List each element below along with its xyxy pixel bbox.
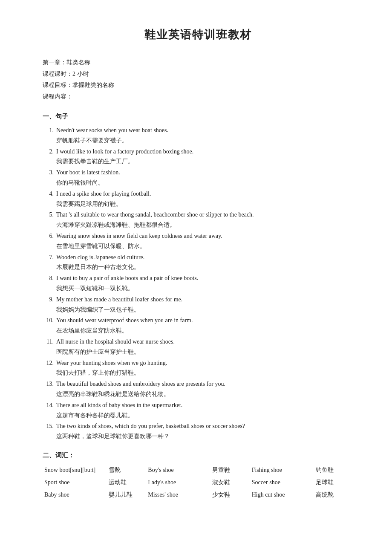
- sentence-cn: 这两种鞋，篮球和足球鞋你更喜欢哪一种？: [56, 431, 354, 442]
- sentence-content: You should wear waterproof shoes when yo…: [56, 315, 354, 336]
- meta-section: 第一章：鞋类名称 课程课时：2 小时 课程目标：掌握鞋类的名称 课程内容：: [43, 57, 354, 102]
- sentence-cn: 我想买一双短靴和一双长靴。: [56, 283, 354, 294]
- vocab-en2: Misses' shoe: [146, 489, 210, 501]
- sentence-content: Needn't wear socks when you wear boat sh…: [56, 125, 354, 146]
- vocab-cn2: 淑女鞋: [210, 477, 250, 489]
- section2-title: 二、词汇：: [43, 450, 354, 461]
- sentence-item: 6. Wearing snow shoes in snow field can …: [43, 231, 354, 251]
- sentence-en: I would like to look for a factory produ…: [56, 147, 354, 157]
- sentence-content: I want to buy a pair of ankle boots and …: [56, 273, 354, 294]
- sentence-item: 2. I would like to look for a factory pr…: [43, 147, 354, 167]
- sentence-content: I would like to look for a factory produ…: [56, 147, 354, 167]
- sentence-content: I need a spike shoe for playing football…: [56, 189, 354, 209]
- sentence-content: There are all kinds of baby shoes in the…: [56, 400, 354, 421]
- sentence-en: I want to buy a pair of ankle boots and …: [56, 273, 354, 283]
- meta-goal: 课程目标：掌握鞋类的名称: [43, 80, 354, 91]
- sentence-num: 12.: [43, 358, 56, 379]
- sentence-content: Wearing snow shoes in snow field can kee…: [56, 231, 354, 251]
- page-title: 鞋业英语特训班教材: [43, 26, 354, 44]
- sentence-item: 4. I need a spike shoe for playing footb…: [43, 189, 354, 209]
- vocab-row: Snow boot[snu][bu:t] 雪靴 Boy's shoe 男童鞋 F…: [43, 464, 354, 477]
- vocab-cn2: 男童鞋: [210, 464, 250, 477]
- sentence-num: 13.: [43, 379, 56, 399]
- sentence-cn: 我妈妈为我编织了一双包子鞋。: [56, 305, 354, 315]
- sentence-cn: 在农场里你应当穿防水鞋。: [56, 326, 354, 336]
- sentence-item: 12. Wear your hunting shoes when we go h…: [43, 358, 354, 379]
- sentence-en: I need a spike shoe for playing football…: [56, 189, 354, 199]
- vocab-cn1: 婴儿儿鞋: [107, 489, 147, 501]
- vocab-cn3: 高统靴: [314, 489, 354, 501]
- section1-title: 一、句子: [43, 111, 354, 122]
- sentence-cn: 在雪地里穿雪靴可以保暖、防水。: [56, 241, 354, 251]
- sentence-en: My mother has made a beautiful loafer sh…: [56, 295, 354, 305]
- vocab-cn1: 雪靴: [107, 464, 147, 477]
- sentence-item: 7. Wooden clog is Japanese old culture. …: [43, 252, 354, 273]
- sentence-num: 10.: [43, 315, 56, 336]
- sentence-item: 9. My mother has made a beautiful loafer…: [43, 295, 354, 315]
- sentence-content: All nurse in the hospital should wear nu…: [56, 337, 354, 357]
- sentence-num: 14.: [43, 400, 56, 421]
- vocab-en3: High cut shoe: [250, 489, 314, 501]
- sentence-content: Wear your hunting shoes when we go hunti…: [56, 358, 354, 379]
- vocab-en3: Soccer shoe: [250, 477, 314, 489]
- sentence-en: There are all kinds of baby shoes in the…: [56, 400, 354, 410]
- sentence-cn: 我需要踢足球用的钉鞋。: [56, 199, 354, 209]
- sentence-num: 15.: [43, 421, 56, 442]
- sentence-item: 14. There are all kinds of baby shoes in…: [43, 400, 354, 421]
- sentence-content: That 's all suitable to wear thong sanda…: [56, 210, 354, 230]
- vocab-row: Baby shoe 婴儿儿鞋 Misses' shoe 少女鞋 High cut…: [43, 489, 354, 501]
- vocab-en3: Fishing shoe: [250, 464, 314, 477]
- sentence-en: Wear your hunting shoes when we go hunti…: [56, 358, 354, 368]
- sentence-cn: 木屐鞋是日本的一种古老文化。: [56, 262, 354, 272]
- meta-chapter: 第一章：鞋类名称: [43, 57, 354, 69]
- meta-hours: 课程课时：2 小时: [43, 69, 354, 80]
- sentence-en: Wooden clog is Japanese old culture.: [56, 252, 354, 263]
- sentence-num: 7.: [43, 252, 56, 273]
- sentence-en: Needn't wear socks when you wear boat sh…: [56, 125, 354, 136]
- sentence-content: Wooden clog is Japanese old culture. 木屐鞋…: [56, 252, 354, 273]
- sentence-cn: 你的马靴很时尚。: [56, 178, 354, 188]
- sentence-num: 2.: [43, 147, 56, 167]
- sentence-item: 11. All nurse in the hospital should wea…: [43, 337, 354, 357]
- sentence-item: 5. That 's all suitable to wear thong sa…: [43, 210, 354, 230]
- sentences-list: 1. Needn't wear socks when you wear boat…: [43, 125, 354, 442]
- sentence-en: Wearing snow shoes in snow field can kee…: [56, 231, 354, 241]
- sentence-item: 3. Your boot is latest fashion. 你的马靴很时尚。: [43, 168, 354, 188]
- sentence-cn: 我需要找拳击鞋的生产工厂。: [56, 156, 354, 167]
- sentence-content: The two kinds of shoes, which do you pre…: [56, 421, 354, 442]
- sentence-en: The beautiful beaded shoes and embroider…: [56, 379, 354, 389]
- sentence-num: 11.: [43, 337, 56, 357]
- vocab-table: Snow boot[snu][bu:t] 雪靴 Boy's shoe 男童鞋 F…: [43, 464, 354, 501]
- sentence-item: 1. Needn't wear socks when you wear boat…: [43, 125, 354, 146]
- vocab-en1: Sport shoe: [43, 477, 107, 489]
- sentence-content: My mother has made a beautiful loafer sh…: [56, 295, 354, 315]
- sentence-item: 13. The beautiful beaded shoes and embro…: [43, 379, 354, 399]
- vocab-en1: Baby shoe: [43, 489, 107, 501]
- sentence-num: 8.: [43, 273, 56, 294]
- sentence-en: The two kinds of shoes, which do you pre…: [56, 421, 354, 431]
- sentence-num: 3.: [43, 168, 56, 188]
- vocab-cn3: 钓鱼鞋: [314, 464, 354, 477]
- vocab-cn3: 足球鞋: [314, 477, 354, 489]
- sentence-cn: 这超市有各种各样的婴儿鞋。: [56, 410, 354, 421]
- vocab-row: Sport shoe 运动鞋 Lady's shoe 淑女鞋 Soccer sh…: [43, 477, 354, 489]
- vocab-cn1: 运动鞋: [107, 477, 147, 489]
- sentence-en: All nurse in the hospital should wear nu…: [56, 337, 354, 347]
- sentence-en: You should wear waterproof shoes when yo…: [56, 315, 354, 326]
- sentence-cn: 去海滩穿夹趾凉鞋或海滩鞋、拖鞋都很合适。: [56, 220, 354, 230]
- sentence-cn: 穿帆船鞋子不需要穿襪子。: [56, 136, 354, 146]
- vocab-en2: Lady's shoe: [146, 477, 210, 489]
- sentence-cn: 医院所有的护士应当穿护士鞋。: [56, 347, 354, 357]
- sentence-en: That 's all suitable to wear thong sanda…: [56, 210, 354, 220]
- sentence-cn: 这漂亮的串珠鞋和绣花鞋是送给你的礼物。: [56, 389, 354, 399]
- vocab-en1: Snow boot[snu][bu:t]: [43, 464, 107, 477]
- sentence-num: 5.: [43, 210, 56, 230]
- vocab-cn2: 少女鞋: [210, 489, 250, 501]
- sentence-num: 1.: [43, 125, 56, 146]
- sentence-item: 8. I want to buy a pair of ankle boots a…: [43, 273, 354, 294]
- sentence-en: Your boot is latest fashion.: [56, 168, 354, 178]
- sentence-num: 4.: [43, 189, 56, 209]
- meta-content: 课程内容：: [43, 91, 354, 103]
- sentence-item: 15. The two kinds of shoes, which do you…: [43, 421, 354, 442]
- sentence-num: 9.: [43, 295, 56, 315]
